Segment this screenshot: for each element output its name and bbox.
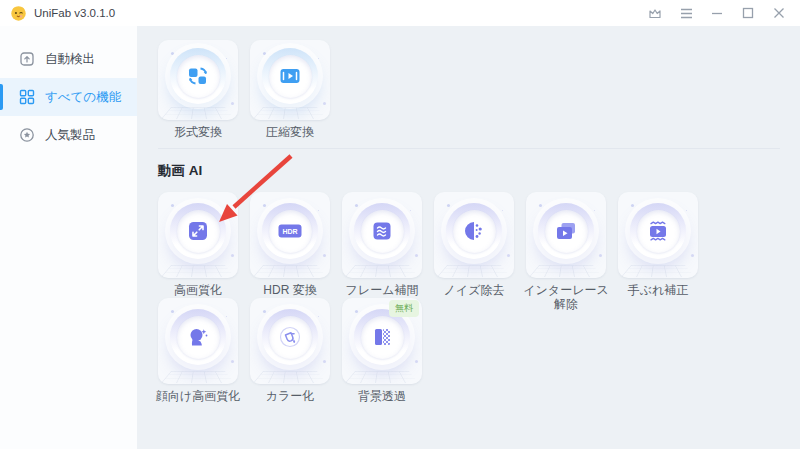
tool-face-upscale[interactable]: 顔向け高画質化: [158, 298, 238, 384]
star-circle-icon: [19, 127, 35, 143]
denoise-icon: [462, 219, 486, 243]
card-floor-grid: [161, 371, 235, 383]
tool-card: [250, 40, 330, 120]
tool-compress-convert[interactable]: 圧縮変換: [250, 40, 330, 120]
tool-card: 無料: [342, 298, 422, 384]
hdr-icon: HDR: [277, 219, 303, 243]
section-divider: [158, 148, 780, 149]
crown-icon: [648, 7, 662, 19]
close-icon: [773, 7, 785, 19]
close-button[interactable]: [768, 3, 790, 23]
upscale-icon: [186, 219, 210, 243]
face-upscale-icon: [186, 325, 210, 349]
tool-label: 顔向け高画質化: [152, 389, 244, 403]
auto-detect-icon: [19, 51, 35, 67]
sidebar-item-label: 自動検出: [45, 51, 95, 68]
sidebar: 自動検出 すべての機能 人気製品: [0, 26, 137, 449]
tool-label: 圧縮変換: [244, 125, 336, 139]
tool-label: ノイズ除去: [428, 283, 520, 297]
tool-denoise[interactable]: ノイズ除去: [434, 192, 514, 278]
tool-format-convert[interactable]: 形式変換: [158, 40, 238, 120]
tool-deinterlace[interactable]: インターレース解除: [526, 192, 606, 278]
maximize-icon: [742, 7, 754, 19]
tool-card: [618, 192, 698, 278]
card-floor-grid: [345, 371, 419, 383]
colorize-icon: [278, 325, 302, 349]
card-floor-grid: [253, 371, 327, 383]
window-controls: [644, 3, 790, 23]
tool-card: [526, 192, 606, 278]
tool-card: [342, 192, 422, 278]
sidebar-item-auto-detect[interactable]: 自動検出: [0, 40, 137, 78]
minimize-icon: [711, 7, 723, 19]
frame-interpolation-icon: [370, 219, 394, 243]
tool-label: インターレース解除: [520, 283, 612, 311]
deinterlace-icon: [554, 219, 578, 243]
tool-card: [158, 298, 238, 384]
free-badge: 無料: [389, 300, 419, 317]
sidebar-item-label: 人気製品: [45, 127, 95, 144]
menu-button[interactable]: [675, 3, 697, 23]
main-content: 形式変換 圧縮変換 動画 AI: [137, 26, 800, 449]
compress-convert-icon: [278, 64, 302, 88]
card-floor-grid: [529, 265, 603, 277]
tool-label: 形式変換: [152, 125, 244, 139]
sidebar-item-label: すべての機能: [45, 89, 121, 106]
format-convert-icon: [186, 64, 210, 88]
tool-card: [158, 40, 238, 120]
tool-card: [250, 298, 330, 384]
tool-label: 手ぶれ補正: [612, 283, 704, 297]
grid-icon: [19, 89, 35, 105]
bg-transparent-icon: [370, 325, 394, 349]
maximize-button[interactable]: [737, 3, 759, 23]
tool-hdr-convert[interactable]: HDR HDR 変換: [250, 192, 330, 278]
ai-tools-row-1: 高画質化 HDR HDR 変換: [158, 192, 780, 278]
card-floor-grid: [161, 107, 235, 119]
tool-label: フレーム補間: [336, 283, 428, 297]
sidebar-item-all-features[interactable]: すべての機能: [0, 78, 137, 116]
tool-stabilizer[interactable]: 手ぶれ補正: [618, 192, 698, 278]
tool-card: [158, 192, 238, 278]
tool-frame-interpolation[interactable]: フレーム補間: [342, 192, 422, 278]
tool-colorize[interactable]: カラー化: [250, 298, 330, 384]
app-logo-icon: [10, 5, 27, 22]
titlebar: UniFab v3.0.1.0: [0, 0, 800, 26]
svg-text:HDR: HDR: [282, 228, 297, 235]
sidebar-item-popular-products[interactable]: 人気製品: [0, 116, 137, 154]
tool-label: 背景透過: [336, 389, 428, 403]
tool-card: HDR: [250, 192, 330, 278]
minimize-button[interactable]: [706, 3, 728, 23]
card-floor-grid: [621, 265, 695, 277]
card-floor-grid: [437, 265, 511, 277]
ai-tools-row-2: 顔向け高画質化 カラー化 無: [158, 298, 780, 384]
card-floor-grid: [345, 265, 419, 277]
card-floor-grid: [253, 107, 327, 119]
crown-button[interactable]: [644, 3, 666, 23]
app-title: UniFab v3.0.1.0: [34, 7, 115, 19]
tool-bg-transparent[interactable]: 無料 背景透過: [342, 298, 422, 384]
card-floor-grid: [161, 265, 235, 277]
tool-label: HDR 変換: [244, 283, 336, 297]
tool-label: 高画質化: [152, 283, 244, 297]
stabilizer-icon: [646, 219, 670, 243]
section-title-video-ai: 動画 AI: [158, 162, 780, 180]
tool-label: カラー化: [244, 389, 336, 403]
tool-upscale[interactable]: 高画質化: [158, 192, 238, 278]
card-floor-grid: [253, 265, 327, 277]
tool-card: [434, 192, 514, 278]
menu-icon: [680, 8, 693, 19]
general-tools-row: 形式変換 圧縮変換: [158, 40, 780, 120]
